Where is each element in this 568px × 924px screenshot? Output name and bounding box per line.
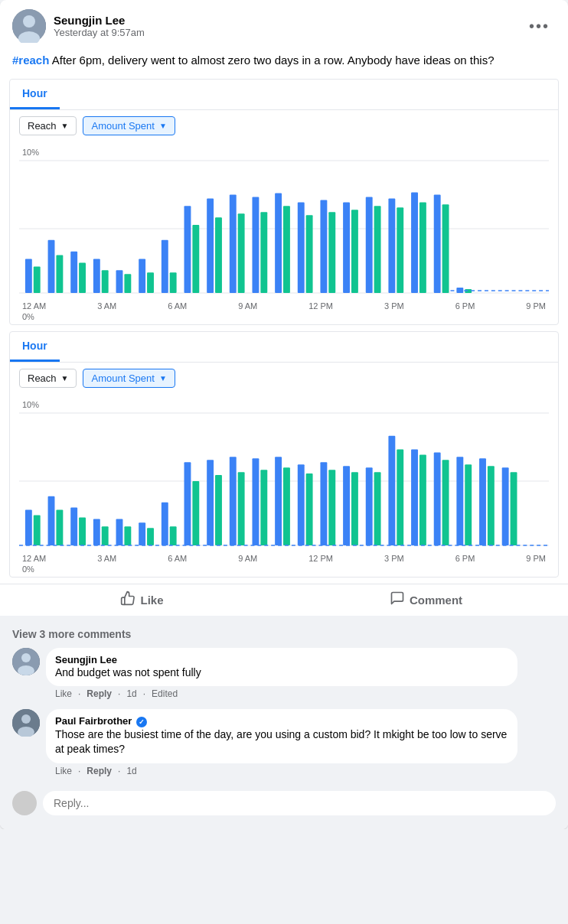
svg-rect-62 — [162, 502, 168, 545]
chart-2-tab-hour[interactable]: Hour — [10, 332, 60, 362]
x2-label-12am: 12 AM — [22, 554, 46, 563]
user-name[interactable]: Seungjin Lee — [54, 14, 145, 27]
comment-1: Seungjin Lee And budget was not spent fu… — [12, 648, 556, 702]
x2-label-6pm: 6 PM — [455, 554, 475, 563]
chart-1-area: 10% — [10, 142, 558, 324]
svg-rect-59 — [124, 526, 131, 545]
svg-rect-50 — [25, 509, 32, 545]
comment-2-bubble: Paul Fairbrother ✓ Those are the busiest… — [46, 709, 517, 763]
svg-rect-18 — [162, 239, 168, 292]
svg-rect-60 — [139, 522, 145, 545]
svg-rect-13 — [102, 270, 109, 293]
svg-point-99 — [21, 714, 31, 724]
chart-2-reach-filter[interactable]: Reach ▼ — [19, 369, 77, 388]
chart-2-tab-bar: Hour — [10, 332, 558, 363]
x-label-12pm: 12 PM — [308, 301, 333, 311]
post-body: #reach After 6pm, delivery went to almos… — [0, 49, 568, 79]
comment-2-meta-dot-2: · — [118, 766, 120, 776]
svg-rect-11 — [79, 262, 86, 293]
svg-rect-80 — [366, 467, 373, 545]
svg-rect-63 — [170, 526, 177, 545]
svg-rect-64 — [184, 462, 191, 545]
svg-rect-43 — [442, 204, 449, 293]
svg-rect-93 — [511, 472, 517, 545]
comment-2-like[interactable]: Like — [55, 766, 72, 776]
chart-1-tab-hour[interactable]: Hour — [10, 80, 60, 109]
comment-1-reply[interactable]: Reply — [87, 688, 112, 699]
more-options-button[interactable]: ••• — [523, 15, 556, 38]
comment-1-author[interactable]: Seungjin Lee — [55, 654, 508, 665]
chart2-amount-arrow: ▼ — [159, 374, 167, 382]
comment-1-bubble: Seungjin Lee And budget was not spent fu… — [46, 648, 517, 687]
reply-input[interactable] — [43, 791, 556, 815]
svg-rect-84 — [411, 449, 418, 545]
chart-2-area: 10% — [10, 394, 558, 577]
comment-2-author[interactable]: Paul Fairbrother ✓ — [55, 715, 508, 727]
comment-2-reply[interactable]: Reply — [87, 766, 112, 776]
chart-1-filters: Reach ▼ Amount Spent ▼ — [10, 110, 558, 142]
chart2-reach-arrow: ▼ — [61, 374, 69, 382]
x-label-6am: 6 AM — [168, 301, 187, 311]
svg-rect-21 — [192, 225, 199, 293]
verified-icon: ✓ — [136, 717, 147, 727]
chart-1-amount-filter[interactable]: Amount Spent ▼ — [83, 116, 175, 135]
like-icon — [120, 591, 135, 610]
chart-1-tab-bar: Hour — [10, 80, 558, 110]
svg-rect-53 — [56, 509, 63, 545]
svg-rect-92 — [502, 467, 509, 545]
svg-rect-55 — [79, 517, 86, 545]
svg-rect-7 — [34, 266, 41, 293]
svg-rect-83 — [397, 449, 403, 545]
svg-rect-51 — [34, 515, 41, 545]
svg-rect-72 — [275, 457, 282, 545]
comment-meta-dot-2: · — [118, 688, 120, 699]
svg-rect-78 — [343, 466, 350, 545]
svg-rect-57 — [102, 526, 109, 545]
svg-rect-8 — [48, 239, 55, 292]
comment-2-text: Those are the busiest time of the day, a… — [55, 727, 508, 757]
comment-label: Comment — [410, 594, 462, 607]
x2-label-9am: 9 AM — [238, 554, 257, 563]
svg-rect-90 — [479, 458, 486, 545]
view-more-comments[interactable]: View 3 more comments — [12, 622, 556, 648]
chart-2-y-zero: 0% — [19, 564, 549, 574]
like-button[interactable]: Like — [0, 584, 284, 616]
comment-2-content: Paul Fairbrother ✓ Those are the busiest… — [46, 709, 556, 779]
svg-rect-66 — [207, 460, 214, 545]
comment-1-like[interactable]: Like — [55, 688, 72, 699]
svg-rect-31 — [306, 215, 313, 293]
svg-rect-34 — [343, 202, 350, 293]
svg-rect-32 — [320, 200, 327, 293]
svg-rect-41 — [419, 202, 426, 293]
svg-rect-37 — [374, 206, 381, 293]
svg-rect-86 — [434, 452, 441, 545]
svg-rect-42 — [434, 194, 441, 293]
post-card: Seungjin Lee Yesterday at 9:57am ••• #re… — [0, 0, 568, 829]
chart-1-reach-filter[interactable]: Reach ▼ — [19, 116, 77, 135]
svg-rect-19 — [170, 272, 177, 293]
svg-rect-82 — [388, 435, 395, 545]
post-text: After 6pm, delivery went to almost zero … — [49, 54, 494, 67]
comments-section: View 3 more comments Seungjin Lee And bu… — [0, 616, 568, 829]
reach-filter-arrow: ▼ — [61, 122, 69, 130]
chart-2-svg — [19, 412, 549, 552]
svg-rect-23 — [215, 217, 222, 293]
svg-rect-33 — [328, 212, 335, 293]
svg-rect-52 — [48, 496, 55, 545]
chart-2-amount-filter[interactable]: Amount Spent ▼ — [83, 369, 175, 388]
chart-2-filters: Reach ▼ Amount Spent ▼ — [10, 363, 558, 394]
comment-2-time: 1d — [126, 766, 136, 776]
comment-button[interactable]: Comment — [284, 584, 568, 616]
chart-2-tab-inactive — [60, 332, 558, 362]
comment-1-text: And budget was not spent fully — [55, 665, 508, 681]
chart-2-y-high: 10% — [19, 400, 549, 409]
chart-1-svg — [19, 160, 549, 300]
hashtag[interactable]: #reach — [12, 54, 49, 67]
comment-meta-dot-3: · — [143, 688, 145, 699]
svg-rect-81 — [374, 472, 381, 545]
x-label-9pm: 9 PM — [526, 301, 546, 311]
x-label-3am: 3 AM — [97, 301, 116, 311]
chart-1: Hour Reach ▼ Amount Spent ▼ 10% — [9, 79, 559, 325]
svg-rect-30 — [298, 202, 305, 293]
svg-rect-36 — [366, 197, 373, 293]
